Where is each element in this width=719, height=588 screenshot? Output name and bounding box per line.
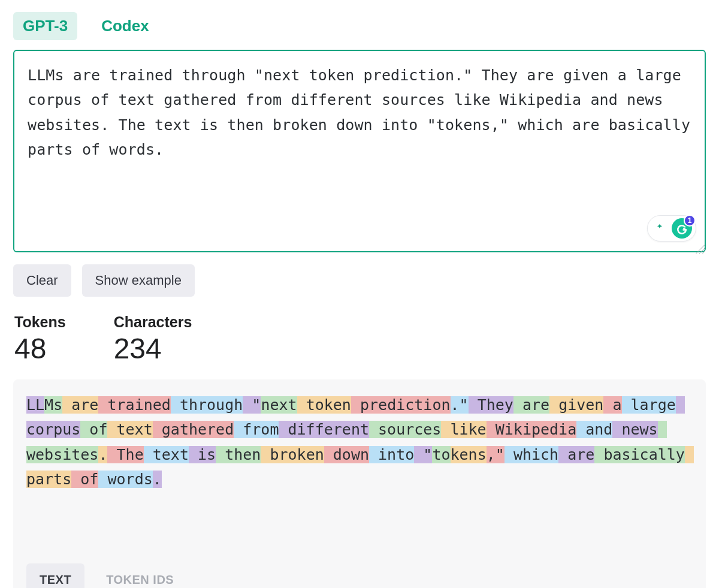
token-span: LL [26, 396, 44, 414]
tab-gpt3[interactable]: GPT-3 [13, 12, 77, 40]
button-row: Clear Show example [13, 264, 706, 297]
token-span: down [324, 446, 369, 463]
characters-stat: Characters 234 [114, 313, 192, 365]
token-span: The [107, 446, 143, 463]
token-span: through [171, 396, 243, 414]
token-span: like [441, 421, 486, 438]
token-span: are [558, 446, 594, 463]
token-span: of [80, 421, 107, 438]
token-span: ." [451, 396, 469, 414]
token-span: different [279, 421, 369, 438]
tokenizer-input[interactable] [13, 50, 706, 252]
token-span: " [414, 446, 432, 463]
tokens-stat: Tokens 48 [14, 313, 66, 365]
token-span: of [71, 471, 98, 488]
model-tabs: GPT-3 Codex [13, 11, 706, 45]
tokens-label: Tokens [14, 313, 66, 331]
token-span: text [144, 446, 189, 463]
tokens-value: 48 [14, 332, 66, 365]
token-span: to [432, 446, 450, 463]
token-span: Wikipedia [487, 421, 577, 438]
token-span: news [612, 421, 657, 438]
token-span: are [62, 396, 98, 414]
token-span: They [469, 396, 513, 414]
preview-tab-text[interactable]: TEXT [26, 563, 84, 588]
token-span: is [189, 446, 216, 463]
token-span: are [513, 396, 549, 414]
token-span: which [504, 446, 558, 463]
tokenized-text: LLMs are trained through "next token pre… [26, 393, 693, 491]
grammarly-count-badge: 1 [684, 215, 696, 227]
stats-row: Tokens 48 Characters 234 [13, 313, 706, 365]
tab-codex[interactable]: Codex [92, 12, 158, 40]
token-preview-panel: LLMs are trained through "next token pre… [13, 379, 706, 588]
token-span: then [216, 446, 261, 463]
token-span: Ms [44, 396, 62, 414]
token-span: from [234, 421, 279, 438]
token-span: large [622, 396, 676, 414]
token-span: a [603, 396, 621, 414]
token-span: broken [261, 446, 324, 463]
characters-value: 234 [114, 332, 192, 365]
token-span: " [243, 396, 261, 414]
token-span: token [297, 396, 351, 414]
token-span: sources [369, 421, 441, 438]
token-span: . [153, 471, 162, 488]
token-span: ," [487, 446, 504, 463]
token-span: prediction [351, 396, 451, 414]
token-span: basically [594, 446, 685, 463]
token-span: kens [451, 446, 487, 463]
grammarly-widget[interactable]: 1 [647, 215, 696, 242]
lightbulb-icon [651, 220, 668, 237]
preview-tabs: TEXT TOKEN IDS [26, 563, 693, 588]
input-wrapper: 1 [13, 50, 706, 255]
token-span: and [576, 421, 612, 438]
grammarly-icon: 1 [672, 218, 692, 239]
characters-label: Characters [114, 313, 192, 331]
preview-tab-token-ids[interactable]: TOKEN IDS [93, 563, 187, 588]
token-span: next [261, 396, 297, 414]
token-span: . [98, 446, 107, 463]
token-span: trained [98, 396, 170, 414]
token-span: into [369, 446, 414, 463]
token-span: words [98, 471, 152, 488]
token-span: gathered [153, 421, 234, 438]
page-root: GPT-3 Codex 1 [0, 0, 719, 588]
token-span: given [549, 396, 603, 414]
show-example-button[interactable]: Show example [82, 264, 195, 297]
clear-button[interactable]: Clear [13, 264, 71, 297]
token-span: text [107, 421, 152, 438]
